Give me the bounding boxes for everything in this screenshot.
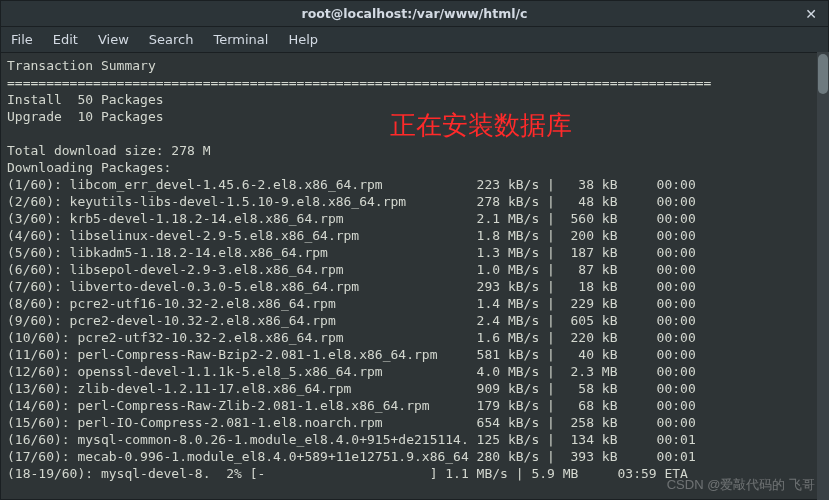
menu-search[interactable]: Search [145, 30, 198, 49]
scrollbar[interactable] [817, 52, 829, 500]
menu-file[interactable]: File [7, 30, 37, 49]
menu-edit[interactable]: Edit [49, 30, 82, 49]
scrollbar-thumb[interactable] [818, 54, 828, 94]
close-icon[interactable]: ✕ [802, 5, 820, 23]
titlebar[interactable]: root@localhost:/var/www/html/c ✕ [1, 1, 828, 27]
terminal-output[interactable]: Transaction Summary ====================… [1, 53, 828, 499]
terminal-window: root@localhost:/var/www/html/c ✕ File Ed… [0, 0, 829, 500]
menubar: File Edit View Search Terminal Help [1, 27, 828, 53]
menu-terminal[interactable]: Terminal [209, 30, 272, 49]
menu-view[interactable]: View [94, 30, 133, 49]
window-title: root@localhost:/var/www/html/c [302, 6, 528, 21]
menu-help[interactable]: Help [284, 30, 322, 49]
